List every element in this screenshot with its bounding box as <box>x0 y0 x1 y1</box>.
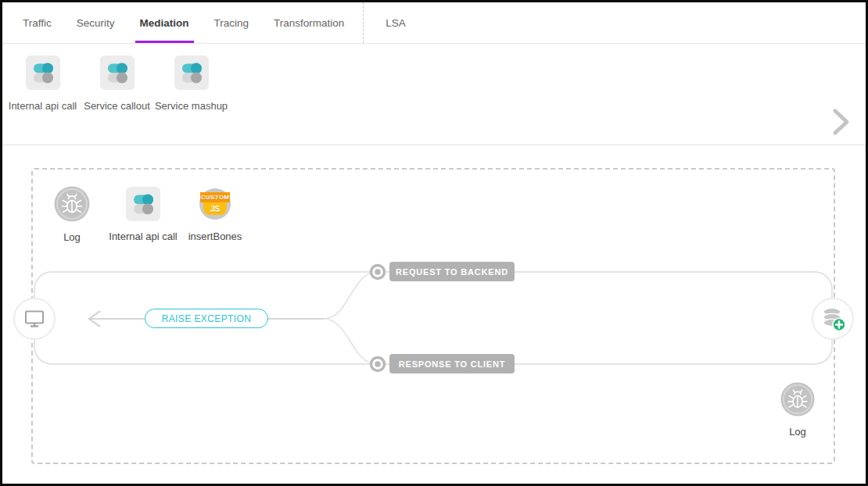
policy-log-response[interactable]: Log <box>759 382 837 438</box>
raise-exception-pill[interactable]: RAISE EXCEPTION <box>145 309 268 328</box>
client-endpoint <box>13 298 56 340</box>
custom-js-icon-bottom-text: JS <box>203 202 227 215</box>
policy-palette: Internal api call Service callout Servic… <box>2 44 866 145</box>
api-policy-editor: Traffic Security Mediation Tracing Trans… <box>0 0 868 486</box>
toggle-icon <box>100 55 135 90</box>
tab-traffic[interactable]: Traffic <box>10 2 64 43</box>
policy-label: Log <box>63 231 81 243</box>
tab-transformation[interactable]: Transformation <box>261 2 357 43</box>
palette-item-label: Service callout <box>84 100 150 112</box>
tab-bar: Traffic Security Mediation Tracing Trans… <box>2 2 866 44</box>
toggle-icon <box>26 55 60 90</box>
bug-icon <box>54 186 90 222</box>
flow-canvas: REQUEST TO BACKEND RESPONSE TO CLIENT RA… <box>2 145 866 486</box>
request-lane-badge: REQUEST TO BACKEND <box>389 262 515 281</box>
tab-lsa[interactable]: LSA <box>363 2 418 43</box>
palette-item-label: Internal api call <box>9 100 77 112</box>
policy-label: Internal api call <box>109 230 177 242</box>
backend-endpoint <box>812 298 854 340</box>
policy-label: Log <box>789 426 806 438</box>
tab-security[interactable]: Security <box>64 2 127 43</box>
response-node-connector <box>371 358 385 371</box>
bug-icon <box>780 382 815 416</box>
policy-log-request[interactable]: Log <box>33 186 111 243</box>
database-add-icon <box>818 304 848 334</box>
palette-next-button[interactable] <box>831 105 852 138</box>
plus-icon <box>833 319 845 331</box>
palette-item-service-mashup[interactable]: Service mashup <box>154 55 228 145</box>
request-node-connector <box>371 266 385 279</box>
response-lane-badge: RESPONSE TO CLIENT <box>389 354 515 373</box>
tab-tracing[interactable]: Tracing <box>202 2 262 43</box>
mediation-flow-container: REQUEST TO BACKEND RESPONSE TO CLIENT RA… <box>31 168 835 464</box>
chevron-right-icon <box>831 105 852 138</box>
policy-label: insertBones <box>188 230 242 242</box>
toggle-icon <box>126 187 160 221</box>
palette-item-label: Service mashup <box>155 100 228 112</box>
policy-internal-api-call[interactable]: Internal api call <box>104 187 182 242</box>
monitor-icon <box>23 309 45 329</box>
palette-item-service-callout[interactable]: Service callout <box>80 55 154 145</box>
fork-curve-down <box>324 319 377 364</box>
policy-insertbones[interactable]: CUSTOM JS insertBones <box>176 187 254 242</box>
palette-item-internal-api-call[interactable]: Internal api call <box>5 55 80 145</box>
toggle-icon <box>174 55 209 90</box>
custom-js-icon-top-text: CUSTOM <box>200 192 230 202</box>
custom-js-icon: CUSTOM JS <box>198 187 232 221</box>
fork-curve-up <box>324 272 377 319</box>
tab-mediation[interactable]: Mediation <box>127 2 202 43</box>
